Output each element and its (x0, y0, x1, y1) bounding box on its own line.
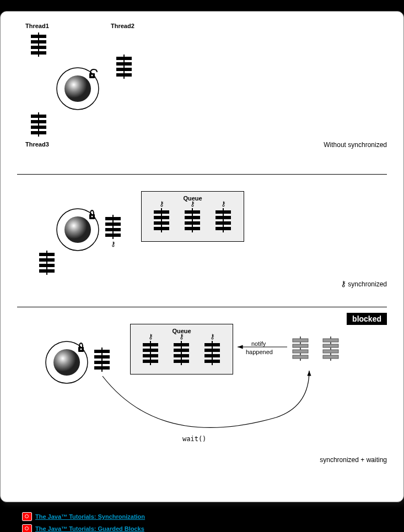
link-guarded-blocks[interactable]: The Java™ Tutorials: Guarded Blocks (35, 525, 144, 532)
queue-box-2: Queue (141, 191, 244, 242)
panel2-svg: ⚷ (17, 175, 155, 296)
panel-synchronized: Queue ⚷ synchronized ⚷ (17, 175, 387, 307)
panel1-svg: ⚷ (17, 23, 182, 166)
svg-text:⚷: ⚷ (111, 240, 116, 248)
panel-without-sync: Thread1 Thread2 Thread3 Without synchron… (17, 23, 387, 174)
panel2-caption-text: synchronized (348, 280, 387, 288)
links: The Java™ Tutorials: Synchronization The… (22, 512, 404, 532)
key-glyph: ⚷ (341, 279, 346, 288)
link-synchronization[interactable]: The Java™ Tutorials: Synchronization (35, 513, 145, 520)
oracle-icon (22, 512, 32, 521)
diagram-card: Thread1 Thread2 Thread3 Without synchron… (0, 11, 404, 502)
panel3-svg (17, 307, 370, 462)
oracle-icon (22, 524, 32, 532)
panel-waiting: Queue blocked notify happened wait() syn… (17, 307, 387, 473)
panel1-caption: Without synchronized (324, 141, 387, 149)
panel2-caption: ⚷ synchronized (341, 279, 387, 288)
